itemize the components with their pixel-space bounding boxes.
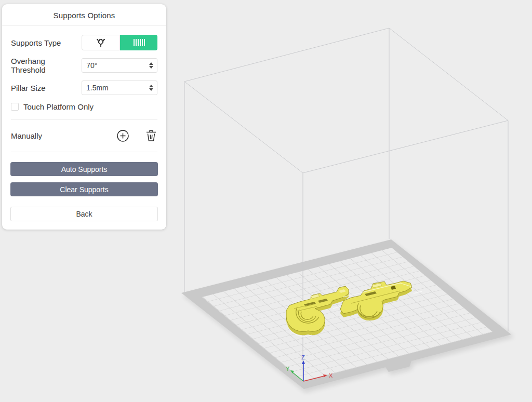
clear-supports-button[interactable]: Clear Supports	[10, 182, 158, 196]
delete-support-button[interactable]	[146, 130, 156, 142]
manually-row: Manually	[2, 129, 166, 142]
linear-supports-icon	[132, 38, 145, 47]
supports-type-row: Supports Type	[2, 35, 166, 50]
divider	[2, 25, 166, 26]
overhang-threshold-input[interactable]: 70°	[82, 58, 157, 73]
overhang-threshold-spinner	[149, 62, 153, 69]
axis-y-label: Y	[286, 366, 290, 372]
axis-x-label: X	[329, 372, 333, 379]
spinner-up-icon[interactable]	[149, 85, 153, 87]
spinner-down-icon[interactable]	[149, 88, 153, 91]
auto-supports-button[interactable]: Auto Supports	[10, 162, 158, 176]
divider	[11, 152, 157, 152]
add-support-button[interactable]	[116, 129, 129, 142]
supports-type-treelike-button[interactable]	[82, 35, 120, 50]
panel-title: Supports Options	[2, 4, 166, 25]
overhang-threshold-row: Overhang Threshold 70°	[2, 57, 166, 74]
spinner-down-icon[interactable]	[149, 66, 153, 69]
touch-platform-only-checkbox[interactable]	[11, 103, 19, 111]
add-support-icon	[116, 129, 129, 142]
pillar-size-input[interactable]: 1.5mm	[82, 81, 157, 95]
axis-z-label: Z	[301, 354, 305, 360]
pillar-size-spinner	[149, 85, 153, 91]
supports-options-panel: Supports Options Supports Type	[2, 4, 166, 230]
manually-label: Manually	[11, 131, 116, 140]
pillar-size-value: 1.5mm	[86, 84, 149, 92]
pillar-size-row: Pillar Size 1.5mm	[2, 81, 166, 95]
supports-type-toggle	[82, 35, 157, 50]
overhang-threshold-value: 70°	[86, 61, 149, 70]
touch-platform-only-label: Touch Platform Only	[23, 102, 94, 111]
back-button[interactable]: Back	[10, 207, 158, 221]
spinner-up-icon[interactable]	[149, 62, 153, 65]
supports-type-linear-button[interactable]	[120, 35, 157, 50]
overhang-threshold-label: Overhang Threshold	[11, 57, 82, 74]
supports-type-label: Supports Type	[11, 38, 61, 47]
pillar-size-label: Pillar Size	[11, 84, 46, 92]
delete-support-icon	[146, 130, 156, 142]
divider	[11, 119, 157, 120]
touch-platform-only-row: Touch Platform Only	[2, 102, 166, 111]
tree-supports-icon	[95, 37, 107, 48]
